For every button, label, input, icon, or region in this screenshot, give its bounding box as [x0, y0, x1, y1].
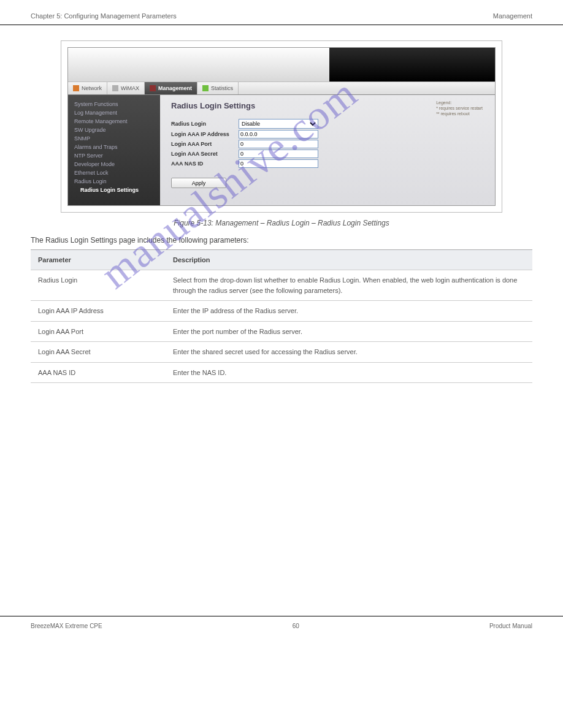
wimax-icon: [112, 85, 118, 91]
table-row: Login AAA IP AddressEnter the IP address…: [31, 301, 532, 322]
sidebar: System FunctionsLog ManagementRemote Man…: [68, 95, 160, 205]
footer-left: BreezeMAX Extreme CPE: [31, 623, 102, 629]
form-row: Login AAA Secret: [171, 150, 484, 158]
figure-caption: Figure 5-13: Management – Radius Login –…: [0, 219, 563, 227]
apply-button[interactable]: Apply: [171, 178, 226, 188]
table-intro: The Radius Login Settings page includes …: [31, 236, 532, 245]
tab-network[interactable]: Network: [68, 82, 107, 94]
form-label: AAA NAS ID: [171, 161, 239, 167]
network-icon: [73, 85, 79, 91]
form-label: Login AAA Port: [171, 141, 239, 147]
table-row: AAA NAS IDEnter the NAS ID.: [31, 362, 532, 383]
tab-label: Management: [158, 85, 192, 91]
legend-line1: * requires service restart: [436, 105, 483, 111]
form-row: Login AAA Port: [171, 140, 484, 148]
legend-box: Legend: * requires service restart ** re…: [436, 100, 483, 116]
header-left: Chapter 5: Configuring Management Parame…: [31, 12, 177, 20]
app-banner: [68, 48, 495, 82]
form-row: AAA NAS ID: [171, 159, 484, 168]
select-radius-login[interactable]: Disable: [239, 119, 318, 129]
tab-strip: NetworkWiMAXManagementStatistics: [68, 82, 495, 95]
table-row: Radius LoginSelect from the drop-down li…: [31, 270, 532, 301]
form-label: Login AAA IP Address: [171, 131, 239, 137]
tab-label: Statistics: [211, 85, 233, 91]
table-cell: Radius Login: [31, 270, 166, 301]
table-cell: Login AAA Port: [31, 321, 166, 342]
input-login-aaa-secret[interactable]: [239, 150, 318, 158]
page-header: Chapter 5: Configuring Management Parame…: [0, 0, 563, 25]
sidebar-item[interactable]: System Functions: [74, 100, 154, 108]
table-cell: Enter the IP address of the Radius serve…: [166, 301, 532, 322]
table-cell: AAA NAS ID: [31, 362, 166, 383]
tab-label: Network: [82, 85, 102, 91]
form-label: Login AAA Secret: [171, 151, 239, 157]
content-panel: Radius Login Settings Legend: * requires…: [160, 95, 495, 205]
header-right: Management: [493, 12, 532, 20]
form-label: Radius Login: [171, 121, 239, 127]
table-body: Radius LoginSelect from the drop-down li…: [31, 270, 532, 383]
table-header: Parameter: [31, 250, 166, 270]
table-row: Login AAA SecretEnter the shared secret …: [31, 342, 532, 363]
app-body: System FunctionsLog ManagementRemote Man…: [68, 95, 495, 205]
sidebar-item[interactable]: Ethernet Lock: [74, 169, 154, 177]
sidebar-item[interactable]: Alarms and Traps: [74, 143, 154, 151]
sidebar-item[interactable]: SW Upgrade: [74, 126, 154, 134]
table-cell: Enter the shared secret used for accessi…: [166, 342, 532, 363]
table-cell: Select from the drop-down list whether t…: [166, 270, 532, 301]
sidebar-item[interactable]: Developer Mode: [74, 160, 154, 169]
legend-line2: ** requires reboot: [436, 111, 483, 116]
tab-label: WiMAX: [121, 85, 139, 91]
management-icon: [150, 85, 156, 91]
sidebar-item[interactable]: Radius Login: [74, 177, 154, 186]
figure-container: NetworkWiMAXManagementStatistics System …: [61, 40, 502, 213]
table-cell: Login AAA IP Address: [31, 301, 166, 322]
input-aaa-nas-id[interactable]: [239, 159, 318, 168]
sidebar-item[interactable]: SNMP: [74, 134, 154, 143]
input-login-aaa-port[interactable]: [239, 140, 318, 148]
table-header-row: ParameterDescription: [31, 250, 532, 270]
form-row: Login AAA IP Address: [171, 130, 484, 138]
table-cell: Login AAA Secret: [31, 342, 166, 363]
page-footer: BreezeMAX Extreme CPE 60 Product Manual: [0, 616, 563, 642]
table-cell: Enter the NAS ID.: [166, 362, 532, 383]
tab-wimax[interactable]: WiMAX: [107, 82, 145, 94]
spec-table: ParameterDescription Radius LoginSelect …: [31, 249, 532, 383]
app-window: NetworkWiMAXManagementStatistics System …: [67, 47, 496, 206]
legend-title: Legend:: [436, 100, 483, 105]
statistics-icon: [202, 85, 209, 91]
footer-center: 60: [293, 623, 299, 629]
tab-statistics[interactable]: Statistics: [197, 82, 239, 94]
sidebar-item[interactable]: Remote Management: [74, 117, 154, 126]
table-row: Login AAA PortEnter the port number of t…: [31, 321, 532, 342]
tab-management[interactable]: Management: [145, 82, 197, 94]
sidebar-item[interactable]: Log Management: [74, 108, 154, 117]
banner-left: [68, 48, 329, 82]
table-cell: Enter the port number of the Radius serv…: [166, 321, 532, 342]
form-rows: Radius LoginDisableLogin AAA IP AddressL…: [171, 119, 484, 168]
form-row: Radius LoginDisable: [171, 119, 484, 129]
banner-right: [329, 48, 495, 82]
footer-right: Product Manual: [489, 623, 532, 629]
sidebar-item[interactable]: Radius Login Settings: [74, 186, 154, 194]
table-header: Description: [166, 250, 532, 270]
sidebar-item[interactable]: NTP Server: [74, 151, 154, 160]
input-login-aaa-ip-address[interactable]: [239, 130, 318, 138]
